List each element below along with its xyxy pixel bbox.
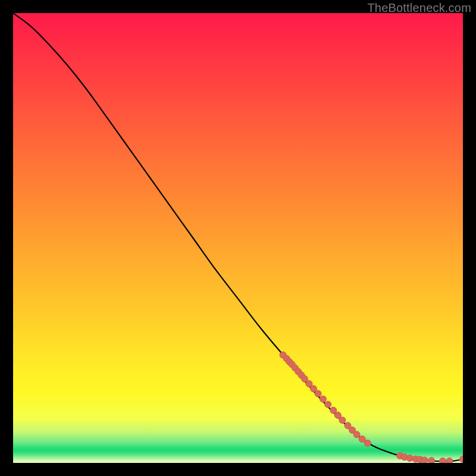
data-point — [315, 390, 321, 397]
chart-frame: TheBottleneck.com — [0, 0, 476, 476]
data-point — [406, 455, 413, 462]
data-point — [421, 457, 428, 463]
data-markers — [280, 352, 463, 463]
chart-svg — [13, 13, 463, 463]
data-point — [439, 458, 446, 463]
data-point — [339, 417, 346, 424]
data-point — [460, 456, 464, 462]
data-point — [353, 431, 360, 438]
data-point — [325, 401, 331, 408]
watermark-text: TheBottleneck.com — [367, 1, 471, 15]
data-point — [446, 458, 453, 463]
bottleneck-curve — [13, 13, 463, 461]
data-point — [320, 396, 326, 402]
data-point — [364, 440, 371, 446]
plot-area — [13, 13, 463, 463]
data-point — [428, 458, 435, 463]
data-point — [359, 436, 365, 442]
